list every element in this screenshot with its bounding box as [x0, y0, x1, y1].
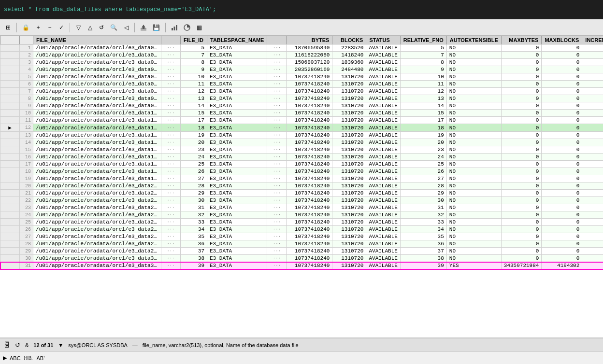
cell-file-name[interactable]: /u01/app/oracle/oradata/orcl/e3_data02.d…	[33, 52, 161, 59]
cell-file-name[interactable]: /u01/app/oracle/oradata/orcl/e3_data28.d…	[33, 240, 161, 248]
cell-file-name[interactable]: /u01/app/oracle/oradata/orcl/e3_data30.d…	[33, 255, 161, 262]
col-header-maxblocks[interactable]: MAXBLOCKS	[542, 36, 582, 44]
cell-file-name[interactable]: /u01/app/oracle/oradata/orcl/e3_data19.d…	[33, 175, 161, 182]
table-row[interactable]: 23/u01/app/oracle/oradata/orcl/e3_data23…	[0, 204, 603, 211]
table-row[interactable]: 29/u01/app/oracle/oradata/orcl/e3_data29…	[0, 248, 603, 255]
prev-col-button[interactable]: ◁	[121, 22, 131, 33]
table-row[interactable]: 7/u01/app/oracle/oradata/orcl/e3_data07.…	[0, 88, 603, 95]
table-row[interactable]: 31/u01/app/oracle/oradata/orcl/e3_data31…	[0, 262, 603, 269]
table-row[interactable]: 24/u01/app/oracle/oradata/orcl/e3_data24…	[0, 211, 603, 219]
cell-relative-fno: 17	[400, 117, 446, 124]
cell-file-name[interactable]: /u01/app/oracle/oradata/orcl/e3_data03.d…	[33, 59, 161, 66]
cell-file-name[interactable]: /u01/app/oracle/oradata/orcl/e3_data12.d…	[33, 124, 161, 132]
data-grid[interactable]: FILE_NAME FILE_ID TABLESPACE_NAME BYTES …	[0, 36, 603, 338]
cell-file-name[interactable]: /u01/app/oracle/oradata/orcl/e3_data23.d…	[33, 204, 161, 211]
lock-button[interactable]: 🔒	[20, 22, 32, 33]
cell-file-name[interactable]: /u01/app/oracle/oradata/orcl/e3_data20.d…	[33, 182, 161, 190]
table-row[interactable]: 9/u01/app/oracle/oradata/orcl/e3_data09.…	[0, 102, 603, 110]
table-row[interactable]: 8/u01/app/oracle/oradata/orcl/e3_data08.…	[0, 95, 603, 102]
cell-file-name[interactable]: /u01/app/oracle/oradata/orcl/e3_data18.d…	[33, 168, 161, 175]
cell-file-name[interactable]: /u01/app/oracle/oradata/orcl/e3_data27.d…	[33, 233, 161, 240]
cell-blocks: 1310720	[332, 88, 366, 95]
cell-file-name[interactable]: /u01/app/oracle/oradata/orcl/e3_data21.d…	[33, 190, 161, 197]
col-header-file-name[interactable]: FILE_NAME	[33, 36, 161, 44]
cell-file-name[interactable]: /u01/app/oracle/oradata/orcl/e3_data01.d…	[33, 44, 161, 52]
remove-row-button[interactable]: −	[44, 22, 55, 33]
cell-file-name[interactable]: /u01/app/oracle/oradata/orcl/e3_data11.d…	[33, 117, 161, 124]
cell-file-name[interactable]: /u01/app/oracle/oradata/orcl/e3_data04.d…	[33, 66, 161, 73]
table-row[interactable]: 16/u01/app/oracle/oradata/orcl/e3_data16…	[0, 154, 603, 161]
col-header-relative-fno[interactable]: RELATIVE_FNO	[400, 36, 446, 44]
add-row-button[interactable]: +	[33, 22, 43, 33]
col-header-status[interactable]: STATUS	[366, 36, 400, 44]
cell-file-name[interactable]: /u01/app/oracle/oradata/orcl/e3_data17.d…	[33, 161, 161, 168]
table-row[interactable]: 13/u01/app/oracle/oradata/orcl/e3_data13…	[0, 132, 603, 139]
cell-dots1: ···	[161, 59, 181, 66]
cell-file-name[interactable]: /u01/app/oracle/oradata/orcl/e3_data29.d…	[33, 248, 161, 255]
cell-file-name[interactable]: /u01/app/oracle/oradata/orcl/e3_data14.d…	[33, 139, 161, 146]
table-row[interactable]: 1/u01/app/oracle/oradata/orcl/e3_data01.…	[0, 44, 603, 52]
table-row[interactable]: 18/u01/app/oracle/oradata/orcl/e3_data18…	[0, 168, 603, 175]
table-row[interactable]: 4/u01/app/oracle/oradata/orcl/e3_data04.…	[0, 66, 603, 73]
cell-file-name[interactable]: /u01/app/oracle/oradata/orcl/e3_data15.d…	[33, 146, 161, 154]
commit-button[interactable]: ✓	[56, 22, 67, 33]
cell-file-name[interactable]: /u01/app/oracle/oradata/orcl/e3_data22.d…	[33, 197, 161, 204]
cell-file-name[interactable]: /u01/app/oracle/oradata/orcl/e3_data05.d…	[33, 73, 161, 81]
table-row[interactable]: 26/u01/app/oracle/oradata/orcl/e3_data26…	[0, 226, 603, 233]
cell-file-name[interactable]: /u01/app/oracle/oradata/orcl/e3_data24.d…	[33, 211, 161, 219]
dropdown-arrow[interactable]: ▼	[58, 342, 63, 348]
table-row[interactable]: 2/u01/app/oracle/oradata/orcl/e3_data02.…	[0, 52, 603, 59]
table-row[interactable]: 10/u01/app/oracle/oradata/orcl/e3_data10…	[0, 110, 603, 117]
table-row[interactable]: 6/u01/app/oracle/oradata/orcl/e3_data06.…	[0, 81, 603, 88]
table-row[interactable]: 25/u01/app/oracle/oradata/orcl/e3_data25…	[0, 219, 603, 226]
table-row[interactable]: 5/u01/app/oracle/oradata/orcl/e3_data05.…	[0, 73, 603, 81]
export-button[interactable]	[138, 22, 149, 33]
col-header-autoextensible[interactable]: AUTOEXTENSIBLE	[446, 36, 501, 44]
col-header-file-id[interactable]: FILE_ID	[181, 36, 207, 44]
save-button[interactable]: 💾	[150, 22, 162, 33]
grid2-button[interactable]: ▦	[194, 22, 204, 33]
table-row[interactable]: 17/u01/app/oracle/oradata/orcl/e3_data17…	[0, 161, 603, 168]
table-row[interactable]: 3/u01/app/oracle/oradata/orcl/e3_data03.…	[0, 59, 603, 66]
cell-file-id: 15	[181, 110, 207, 117]
col-header-increment[interactable]: INCREMENT_BY	[582, 36, 603, 44]
chart-button[interactable]	[169, 22, 180, 33]
cell-file-name[interactable]: /u01/app/oracle/oradata/orcl/e3_data08.d…	[33, 95, 161, 102]
cell-file-name[interactable]: /u01/app/oracle/oradata/orcl/e3_data10.d…	[33, 110, 161, 117]
filter-up-button[interactable]: △	[85, 22, 95, 33]
status-bar: 🗄 ↺ & 12 of 31 ▼ sys@ORCL AS SYSDBA — fi…	[0, 338, 603, 351]
refresh-button[interactable]: ↺	[96, 22, 107, 33]
col-header-maxbytes[interactable]: MAXBYTES	[501, 36, 542, 44]
table-row[interactable]: 21/u01/app/oracle/oradata/orcl/e3_data21…	[0, 190, 603, 197]
cell-file-name[interactable]: /u01/app/oracle/oradata/orcl/e3_data09.d…	[33, 102, 161, 110]
col-header-tablespace[interactable]: TABLESPACE_NAME	[207, 36, 267, 44]
filter-down-button[interactable]: ▽	[73, 22, 84, 33]
search-button[interactable]: 🔍	[108, 22, 120, 33]
cell-file-name[interactable]: /u01/app/oracle/oradata/orcl/e3_data25.d…	[33, 219, 161, 226]
table-row[interactable]: 30/u01/app/oracle/oradata/orcl/e3_data30…	[0, 255, 603, 262]
grid-view-button[interactable]: ⊞	[3, 22, 14, 33]
cell-increment-by: 0	[582, 117, 603, 124]
table-row[interactable]: 19/u01/app/oracle/oradata/orcl/e3_data19…	[0, 175, 603, 182]
table-row[interactable]: 14/u01/app/oracle/oradata/orcl/e3_data14…	[0, 139, 603, 146]
cell-file-name[interactable]: /u01/app/oracle/oradata/orcl/e3_data07.d…	[33, 88, 161, 95]
row-number-cell: 25	[20, 219, 33, 226]
cell-file-name[interactable]: /u01/app/oracle/oradata/orcl/e3_data31.d…	[33, 262, 161, 269]
col-header-bytes[interactable]: BYTES	[287, 36, 332, 44]
cell-relative-fno: 11	[400, 81, 446, 88]
table-row[interactable]: 11/u01/app/oracle/oradata/orcl/e3_data11…	[0, 117, 603, 124]
cell-bytes: 10737418240	[287, 73, 332, 81]
table-row[interactable]: 20/u01/app/oracle/oradata/orcl/e3_data20…	[0, 182, 603, 190]
table-row[interactable]: ▶12/u01/app/oracle/oradata/orcl/e3_data1…	[0, 124, 603, 132]
cell-file-name[interactable]: /u01/app/oracle/oradata/orcl/e3_data13.d…	[33, 132, 161, 139]
table-row[interactable]: 28/u01/app/oracle/oradata/orcl/e3_data28…	[0, 240, 603, 248]
table-row[interactable]: 22/u01/app/oracle/oradata/orcl/e3_data22…	[0, 197, 603, 204]
col-header-blocks[interactable]: BLOCKS	[332, 36, 366, 44]
chart2-button[interactable]	[181, 22, 193, 33]
cell-file-name[interactable]: /u01/app/oracle/oradata/orcl/e3_data06.d…	[33, 81, 161, 88]
cell-file-name[interactable]: /u01/app/oracle/oradata/orcl/e3_data16.d…	[33, 154, 161, 161]
table-row[interactable]: 27/u01/app/oracle/oradata/orcl/e3_data27…	[0, 233, 603, 240]
table-row[interactable]: 15/u01/app/oracle/oradata/orcl/e3_data15…	[0, 146, 603, 154]
sql-editor[interactable]: select * from dba_data_files where table…	[0, 0, 603, 19]
cell-file-name[interactable]: /u01/app/oracle/oradata/orcl/e3_data26.d…	[33, 226, 161, 233]
